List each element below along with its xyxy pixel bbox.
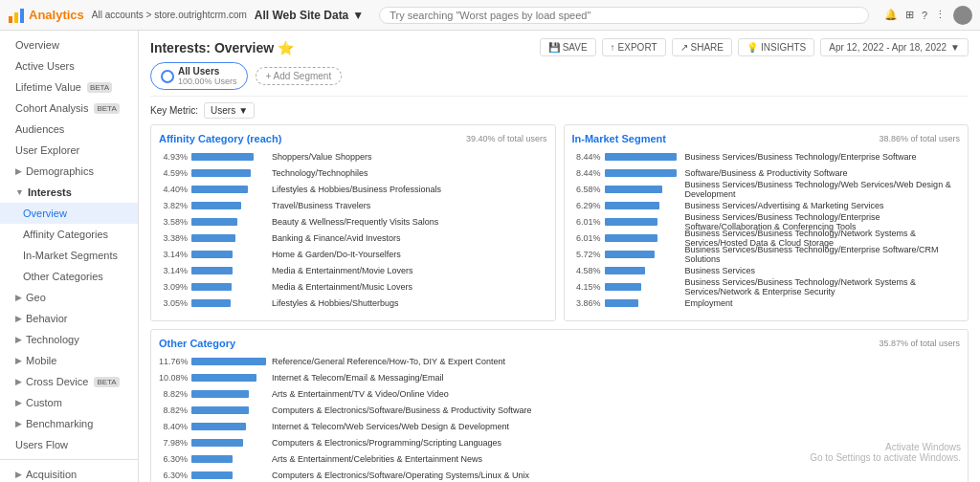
sidebar-item-interests-overview[interactable]: Overview [0, 203, 138, 224]
row-label: Media & Entertainment/Movie Lovers [272, 266, 547, 275]
page-title: Interests: Overview ⭐ [150, 40, 294, 55]
app-title: Analytics [29, 8, 84, 22]
sidebar-item-custom[interactable]: ▶ Custom [0, 392, 138, 413]
sidebar-item-in-market-segments[interactable]: In-Market Segments [0, 245, 138, 266]
arrow-icon: ▶ [15, 470, 22, 479]
row-pct: 3.09% [159, 282, 188, 292]
search-input[interactable] [379, 7, 869, 24]
row-pct: 3.14% [159, 250, 188, 259]
export-icon: ↑ [611, 42, 615, 53]
sidebar-item-demographics[interactable]: ▶ Demographics [0, 161, 138, 182]
share-button[interactable]: ↗ SHARE [672, 38, 732, 56]
sidebar-item-behavior[interactable]: ▶ Behavior [0, 308, 138, 329]
row-label: Computers & Electronics/Software/Operati… [272, 471, 960, 480]
add-segment-button[interactable]: + Add Segment [256, 67, 343, 85]
sidebar-item-cross-device[interactable]: ▶ Cross Device BETA [0, 371, 138, 392]
site-selector[interactable]: All Web Site Data ▼ [255, 9, 364, 22]
grid-icon[interactable]: ⊞ [905, 9, 914, 21]
table-row: 3.14% Home & Garden/Do-It-Yourselfers [159, 248, 547, 261]
row-label: Internet & Telecom/Web Services/Web Desi… [272, 422, 960, 431]
row-label: Business Services/Business Technology/Ne… [685, 277, 961, 296]
row-label: Shoppers/Value Shoppers [272, 152, 547, 162]
sidebar-item-users-flow[interactable]: Users Flow [0, 434, 138, 455]
sidebar-item-lifetime-value[interactable]: Lifetime Value BETA [0, 77, 138, 98]
metric-select[interactable]: Users ▼ [204, 102, 255, 119]
table-row: 8.82% Computers & Electronics/Software/B… [159, 404, 960, 417]
share-icon: ↗ [680, 42, 688, 53]
row-label: Banking & Finance/Avid Investors [272, 233, 547, 243]
insights-button[interactable]: 💡 INSIGHTS [738, 38, 814, 56]
row-label: Reference/General Reference/How-To, DIY … [272, 357, 960, 366]
row-label: Travel/Business Travelers [272, 201, 547, 210]
row-label: Lifestyles & Hobbies/Shutterbugs [272, 298, 547, 308]
more-icon[interactable]: ⋮ [935, 9, 946, 21]
analytics-logo-icon [8, 7, 25, 24]
bar-container [191, 234, 268, 242]
bar [191, 283, 232, 291]
row-pct: 6.30% [159, 454, 188, 464]
date-range-picker[interactable]: Apr 12, 2022 - Apr 18, 2022 ▼ [820, 38, 969, 56]
sidebar-item-technology[interactable]: ▶ Technology [0, 329, 138, 350]
arrow-icon: ▶ [15, 419, 22, 428]
sidebar-item-geo[interactable]: ▶ Geo [0, 287, 138, 308]
row-pct: 8.44% [572, 168, 601, 178]
sidebar-item-other-categories[interactable]: Other Categories [0, 266, 138, 287]
table-row: 3.09% Media & Entertainment/Music Lovers [159, 280, 547, 294]
sidebar-item-active-users[interactable]: Active Users [0, 55, 138, 77]
bar [191, 267, 233, 274]
affinity-header: Affinity Category (reach) 39.40% of tota… [159, 133, 547, 144]
beta-badge: BETA [87, 82, 112, 93]
sidebar-item-overview[interactable]: Overview [0, 34, 138, 55]
in-market-header: In-Market Segment 38.86% of total users [572, 133, 961, 144]
key-metric-row: Key Metric: Users ▼ [150, 102, 969, 119]
table-row: 4.93% Shoppers/Value Shoppers [159, 150, 547, 164]
sidebar-item-affinity-categories[interactable]: Affinity Categories [0, 224, 138, 245]
bar-container [605, 186, 681, 193]
row-label: Home & Garden/Do-It-Yourselfers [272, 250, 547, 259]
arrow-icon: ▶ [15, 356, 22, 365]
sidebar-item-acquisition[interactable]: ▶ Acquisition [0, 464, 138, 482]
bar-container [605, 202, 681, 209]
bar-container [191, 455, 268, 463]
row-label: Computers & Electronics/Software/Busines… [272, 405, 960, 415]
bar-container [191, 374, 268, 382]
table-row: 4.59% Technology/Technophiles [159, 166, 547, 180]
row-pct: 3.14% [159, 266, 188, 275]
bar-container [191, 251, 268, 258]
bar [191, 390, 249, 398]
bar-container [191, 169, 268, 177]
sidebar-item-user-explorer[interactable]: User Explorer [0, 140, 138, 161]
row-pct: 4.58% [572, 266, 601, 275]
segment-pill[interactable]: All Users 100.00% Users [150, 62, 248, 90]
table-row: 8.44% Software/Business & Productivity S… [572, 166, 961, 180]
row-pct: 4.15% [572, 282, 601, 292]
bar-container [191, 471, 268, 479]
row-label: Business Services/Business Technology/We… [685, 180, 961, 199]
bar-container [191, 390, 268, 398]
sidebar-item-benchmarking[interactable]: ▶ Benchmarking [0, 413, 138, 434]
top-icons: 🔔 ⊞ ? ⋮ [884, 6, 972, 25]
bar [605, 234, 657, 242]
table-row: 4.40% Lifestyles & Hobbies/Business Prof… [159, 183, 547, 196]
row-pct: 5.72% [572, 250, 601, 259]
sidebar-item-interests[interactable]: ▼ Interests [0, 182, 138, 203]
bar-container [605, 283, 681, 291]
bar [605, 299, 638, 307]
sidebar-item-mobile[interactable]: ▶ Mobile [0, 350, 138, 371]
sidebar-item-audiences[interactable]: Audiences [0, 119, 138, 140]
export-button[interactable]: ↑ EXPORT [602, 38, 666, 56]
affinity-subtitle: 39.40% of total users [466, 134, 547, 143]
avatar[interactable] [953, 6, 972, 25]
other-category-title: Other Category [159, 338, 235, 349]
table-row: 6.01% Business Services/Business Technol… [572, 231, 961, 245]
bar [191, 455, 233, 463]
save-button[interactable]: 💾 SAVE [540, 38, 596, 56]
affinity-title: Affinity Category (reach) [159, 133, 281, 144]
sidebar-item-cohort-analysis[interactable]: Cohort Analysis BETA [0, 98, 138, 119]
bell-icon[interactable]: 🔔 [884, 9, 898, 21]
bar [605, 153, 677, 161]
bar [605, 202, 659, 209]
segment-info: All Users 100.00% Users [178, 66, 237, 86]
help-icon[interactable]: ? [922, 10, 927, 21]
table-row: 6.29% Business Services/Advertising & Ma… [572, 199, 961, 212]
